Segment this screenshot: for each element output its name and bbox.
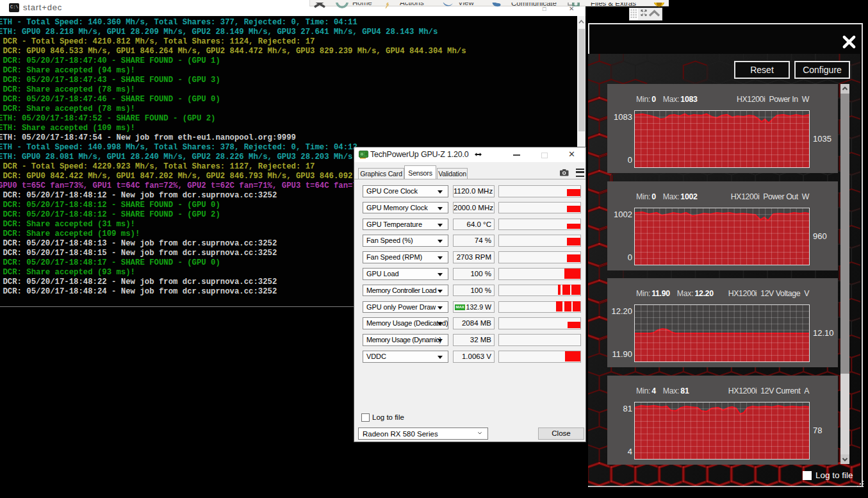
svg-text:Communicate: Communicate <box>511 3 557 7</box>
svg-text:Home: Home <box>352 3 372 6</box>
svg-text:Actions: Actions <box>400 3 424 6</box>
svg-text:Files & Extras: Files & Extras <box>591 3 636 7</box>
svg-text:View: View <box>458 3 474 6</box>
